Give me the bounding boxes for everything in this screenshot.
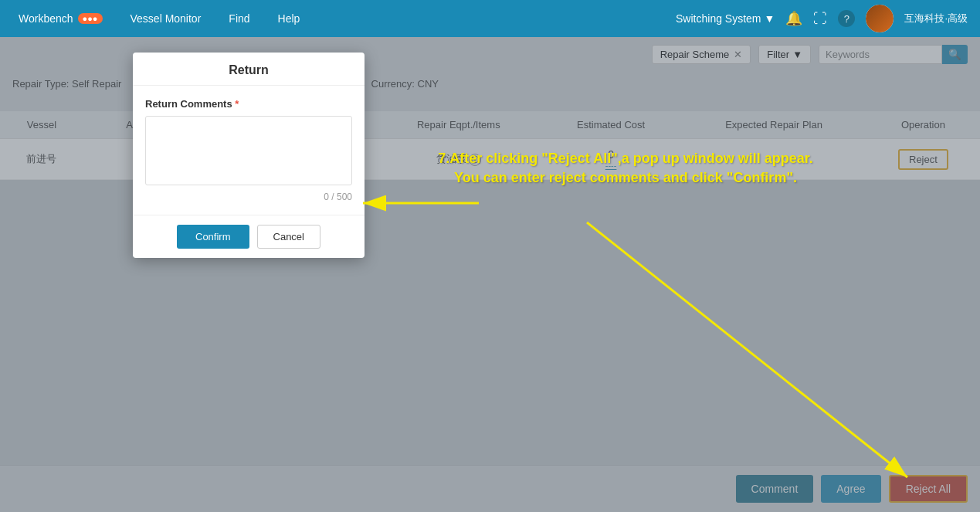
return-comments-textarea[interactable] bbox=[145, 116, 352, 185]
nav-right: Switching System ▼ 🔔 ⛶ ? 互海科技·高级 bbox=[676, 5, 968, 32]
avatar bbox=[866, 5, 894, 32]
nav-left: Workbench ●●● Vessel Monitor Find Help bbox=[12, 9, 306, 28]
nav-workbench[interactable]: Workbench ●●● bbox=[12, 9, 109, 28]
cancel-button[interactable]: Cancel bbox=[257, 225, 320, 249]
question-icon[interactable]: ? bbox=[838, 10, 855, 27]
confirm-button[interactable]: Confirm bbox=[177, 225, 249, 249]
return-modal: Return Return Comments * 0 / 500 Confirm… bbox=[133, 53, 365, 258]
dropdown-icon: ▼ bbox=[765, 12, 775, 25]
nav-find[interactable]: Find bbox=[222, 9, 256, 28]
bell-icon[interactable]: 🔔 bbox=[785, 10, 802, 27]
switching-system-label: Switching System bbox=[676, 12, 761, 25]
expand-icon[interactable]: ⛶ bbox=[813, 11, 827, 27]
nav-help[interactable]: Help bbox=[272, 9, 307, 28]
modal-body: Return Comments * 0 / 500 bbox=[133, 86, 365, 215]
workbench-label: Workbench bbox=[19, 12, 73, 25]
workbench-badge: ●●● bbox=[78, 13, 103, 24]
modal-title: Return bbox=[133, 53, 365, 86]
nav-vessel-monitor[interactable]: Vessel Monitor bbox=[124, 9, 208, 28]
switching-system-btn[interactable]: Switching System ▼ bbox=[676, 12, 775, 25]
topbar: Workbench ●●● Vessel Monitor Find Help S… bbox=[0, 0, 980, 37]
char-count: 0 / 500 bbox=[145, 192, 352, 202]
modal-footer: Confirm Cancel bbox=[133, 215, 365, 258]
return-comments-label: Return Comments * bbox=[145, 98, 352, 110]
main-area: Repair Scheme ✕ Filter ▼ 🔍 Repair Type: … bbox=[0, 37, 980, 512]
required-mark: * bbox=[235, 98, 239, 110]
user-name: 互海科技·高级 bbox=[904, 12, 968, 25]
